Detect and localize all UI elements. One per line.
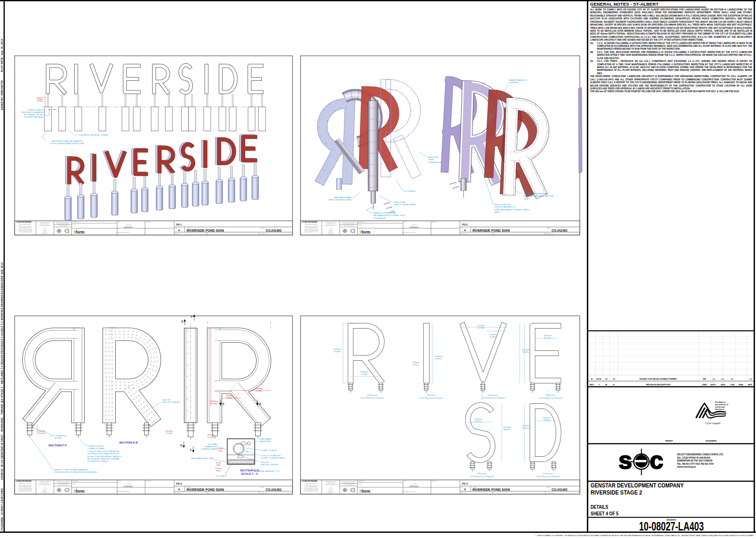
svg-text:5/19/2014: 5/19/2014: [124, 485, 133, 487]
svg-text:Architects: Architects: [715, 408, 725, 410]
svg-text:84.495in: 84.495in: [211, 403, 217, 405]
svg-text:5/19/2014: 5/19/2014: [410, 485, 419, 487]
svg-text:BREAK ALL: BREAK ALL: [328, 232, 333, 233]
svg-text:(1) 60 Watt Driver Required: (1) 60 Watt Driver Required: [481, 397, 505, 399]
svg-text:REVISION: REVISION: [146, 480, 151, 481]
svg-text:STEEL: STEEL: [428, 158, 434, 161]
svg-text:E: E: [180, 444, 182, 447]
svg-text:83.125in: 83.125in: [523, 427, 529, 429]
svg-text:8.033in: 8.033in: [227, 397, 232, 399]
svg-text:X° ± 1°: X° ± 1°: [329, 226, 332, 227]
svg-text:SUPV: SUPV: [710, 383, 716, 386]
svg-text:SHEET 1 OF 4: SHEET 1 OF 4: [261, 233, 268, 234]
svg-text:LAST SAVED: LAST SAVED: [126, 483, 131, 484]
svg-text:LL: LL: [731, 378, 734, 380]
svg-text:SHEET 3 OF 4: SHEET 3 OF 4: [261, 492, 268, 493]
svg-text:CO-241492: CO-241492: [551, 488, 567, 491]
svg-text:REMOVABLE FACE TRIM: REMOVABLE FACE TRIM: [191, 457, 214, 460]
svg-text:A: A: [464, 229, 466, 232]
svg-text:1/2" KODA XT: 1/2" KODA XT: [404, 190, 416, 192]
svg-text:SHARP EDGES .01 MAX: SHARP EDGES .01 MAX: [326, 233, 335, 234]
svg-text:84.498in: 84.498in: [490, 336, 497, 338]
svg-text:SOLELY TO BE REPRODUCED: SOLELY TO BE REPRODUCED: [305, 227, 317, 228]
svg-text:.665in: .665in: [216, 470, 221, 472]
svg-text:BACKPLATE: BACKPLATE: [260, 440, 271, 443]
svg-text:www.selecteng.ca: www.selecteng.ca: [677, 466, 696, 468]
svg-text:3 FORM PROPRIETARY: 3 FORM PROPRIETARY: [16, 221, 32, 223]
svg-text:CHK: CHK: [730, 383, 735, 386]
svg-text:CONNECTION AND: CONNECTION AND: [87, 447, 104, 450]
svg-text:[1191mm]: [1191mm]: [474, 418, 482, 420]
svg-text:XX ± .01: XX ± .01: [43, 227, 47, 228]
svg-text:84.498in: 84.498in: [334, 351, 341, 353]
svg-text:[2146mm]: [2146mm]: [522, 349, 530, 351]
svg-text:LAST SAVED: LAST SAVED: [412, 224, 417, 225]
svg-text:SPECIFIED. TOLERANCES ARE: SPECIFIED. TOLERANCES ARE: [39, 484, 51, 485]
svg-text:[1752mm]: [1752mm]: [477, 325, 485, 327]
svg-text:E Elevation: E Elevation: [546, 394, 556, 396]
svg-text:TEL 780 651 5777 FAX 780 65: TEL 780 651 5777 FAX 780 651 5757: [677, 463, 714, 465]
svg-text:PROJECT: PROJECT: [546, 487, 551, 487]
svg-text:ISSUED FOR DEVELOPMENT PERMIT: ISSUED FOR DEVELOPMENT PERMIT: [639, 378, 677, 380]
svg-text:D: D: [259, 402, 261, 405]
svg-text:SIGNATURE: SIGNATURE: [359, 221, 364, 222]
svg-text:OR IN PART WITHOUT THE EXPRESS: OR IN PART WITHOUT THE EXPRESS: [18, 230, 33, 231]
svg-text:84.495in: 84.495in: [435, 358, 442, 360]
svg-text:MILL FINISH ON EXTRUSIONS: MILL FINISH ON EXTRUSIONS: [58, 483, 69, 483]
svg-text:PROJECT: PROJECT: [546, 227, 551, 228]
svg-text:CONTAINED HEREIN IS PROPRIETAR: CONTAINED HEREIN IS PROPRIETARY: [18, 226, 33, 226]
svg-text:MILL FINISH ON EXTRUSIONS: MILL FINISH ON EXTRUSIONS: [344, 483, 354, 483]
svg-text:F: F: [190, 449, 192, 452]
svg-text:THIRD ANGLE PROJECTION: THIRD ANGLE PROJECTION: [344, 484, 354, 485]
svg-text:SEAM AT PANELS IF: SEAM AT PANELS IF: [509, 79, 527, 81]
svg-text:A: A: [178, 488, 180, 491]
svg-text:CONTAINED HEREIN IS PROPRIETAR: CONTAINED HEREIN IS PROPRIETARY: [18, 485, 33, 486]
svg-text:DO NOT SCALE DRAWING: DO NOT SCALE DRAWING: [116, 491, 129, 492]
svg-text:[2146mm]: [2146mm]: [435, 356, 442, 357]
svg-text:SIGNATURE: SIGNATURE: [73, 221, 78, 222]
svg-text:LETTERS THIS PAGE.: LETTERS THIS PAGE.: [24, 116, 43, 118]
svg-text:3 FORM PROPRIETARY: 3 FORM PROPRIETARY: [302, 221, 318, 223]
svg-text:THIRD ANGLE PROJECTION: THIRD ANGLE PROJECTION: [58, 484, 68, 485]
svg-text:WRITTEN PERMISSION OF 3FORM: WRITTEN PERMISSION OF 3FORM: [19, 490, 33, 491]
svg-text:DO NOT SCALE DRAWING: DO NOT SCALE DRAWING: [116, 232, 129, 233]
svg-text:UNLESS OTHERWISE: UNLESS OTHERWISE: [326, 482, 335, 483]
svg-text:SCALE 1:50: SCALE 1:50: [175, 233, 181, 234]
svg-text:form: form: [76, 489, 85, 494]
svg-text:USED OR DISCLOSED TO OTHERS: USED OR DISCLOSED TO OTHERS: [304, 487, 318, 488]
svg-text:(1) 60 Watt Driver Required: (1) 60 Watt Driver Required: [419, 397, 443, 399]
svg-text:SPECIFIED. TOLERANCES ARE: SPECIFIED. TOLERANCES ARE: [39, 225, 51, 226]
svg-text:DIMENSIONS ARE IN INCHES: DIMENSIONS ARE IN INCHES: [39, 481, 51, 482]
svg-text:SHARP EDGES .01 MAX: SHARP EDGES .01 MAX: [40, 233, 50, 234]
svg-text:DRAWN: DRAWN: [73, 224, 77, 225]
svg-text:[2257mm]: [2257mm]: [503, 426, 511, 428]
svg-text:SIGNATURE: SIGNATURE: [73, 480, 78, 481]
svg-text:DIMENSIONS ARE IN INCHES: DIMENSIONS ARE IN INCHES: [325, 222, 336, 223]
svg-text:2014: 2014: [596, 378, 601, 380]
svg-text:REVISION: REVISION: [432, 480, 437, 481]
svg-text:84.495in: 84.495in: [523, 351, 529, 353]
svg-text:SHEET 4 OF 5: SHEET 4 OF 5: [591, 511, 619, 516]
svg-text:THIS DOCUMENT AND THE DATA: THIS DOCUMENT AND THE DATA: [305, 483, 318, 484]
svg-text:BREAK ALL: BREAK ALL: [43, 232, 47, 233]
svg-text:CONCRETE ONSITE BY OTHERS: CONCRETE ONSITE BY OTHERS: [78, 134, 108, 136]
svg-text:Y: Y: [599, 383, 600, 386]
svg-text:© THIS DOCUMENT IS COPYRIGHT -: © THIS DOCUMENT IS COPYRIGHT - NO REPROD…: [535, 535, 754, 537]
svg-text:[204mm]: [204mm]: [226, 395, 233, 397]
svg-text:S Elevation: S Elevation: [477, 472, 487, 475]
svg-text:REVISION DESCRIPTION: REVISION DESCRIPTION: [646, 383, 670, 386]
svg-text:40 PIPE: 40 PIPE: [55, 437, 62, 439]
svg-text:[314mm]: [314mm]: [166, 430, 172, 432]
svg-text:ENG: ENG: [739, 383, 744, 386]
svg-text:OVERSIZE: OVERSIZE: [509, 81, 519, 84]
svg-text:LAST SAVED: LAST SAVED: [412, 483, 417, 484]
svg-text:LAST SAVED: LAST SAVED: [126, 224, 131, 225]
svg-text:LL: LL: [713, 378, 715, 380]
svg-text:STRUCTURE: STRUCTURE: [394, 201, 405, 203]
svg-text:[1405mm]: [1405mm]: [543, 417, 550, 419]
svg-text:73.739in: 73.739in: [478, 327, 484, 329]
svg-text:36mm 3ft RED LED: 36mm 3ft RED LED: [494, 203, 511, 206]
svg-text:DIMENSIONS ARE IN INCHES: DIMENSIONS ARE IN INCHES: [39, 222, 51, 223]
svg-text:[2146mm]: [2146mm]: [334, 348, 341, 350]
svg-text:SCALE 1:25: SCALE 1:25: [461, 492, 467, 493]
